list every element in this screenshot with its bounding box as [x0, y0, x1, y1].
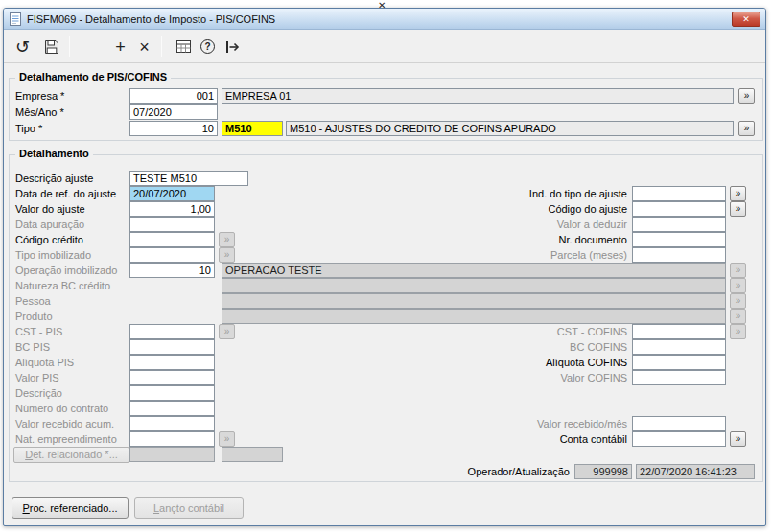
lookup-empresa-button[interactable]: » — [738, 88, 755, 104]
field-operacao-imobilizado-code[interactable]: 10 — [129, 263, 215, 278]
field-descricao[interactable] — [129, 385, 215, 401]
field-atualizacao-timestamp: 22/07/2020 16:41:23 — [636, 464, 755, 479]
field-valor-cofins[interactable] — [632, 370, 726, 385]
field-empresa-name: EMPRESA 01 — [222, 88, 734, 104]
lookup-tipo-imobilizado-button: » — [219, 247, 235, 263]
lookup-produto-button: » — [730, 309, 746, 324]
lookup-codigo-ajuste-button[interactable]: » — [730, 201, 746, 217]
label-aliquota-pis: Alíquota PIS — [15, 356, 74, 369]
field-data-apuracao[interactable] — [129, 217, 215, 232]
refresh-button[interactable]: ↺ — [10, 34, 35, 59]
label-mes-ano: Mês/Ano * — [15, 105, 64, 119]
calendar-icon — [175, 38, 192, 55]
label-conta-contabil: Conta contábil — [456, 432, 627, 446]
pis-cofins-group: Detalhamento de PIS/COFINS Empresa * 001… — [9, 78, 763, 141]
label-valor-recebido-mes: Valor recebido/mês — [456, 417, 627, 430]
document-icon — [9, 12, 22, 27]
field-numero-contrato[interactable] — [129, 401, 215, 416]
field-tipo-key[interactable]: M510 — [222, 121, 283, 136]
field-pessoa — [222, 293, 726, 309]
field-valor-deduzir[interactable] — [632, 217, 726, 232]
field-valor-recebido-acum[interactable] — [129, 416, 215, 431]
field-bc-cofins[interactable] — [632, 339, 726, 355]
field-valor-ajuste[interactable]: 1,00 — [129, 201, 215, 217]
field-aliquota-pis[interactable] — [129, 355, 215, 370]
field-cst-pis[interactable] — [129, 324, 215, 339]
field-cst-cofins[interactable] — [632, 324, 726, 339]
help-icon: ? — [200, 39, 215, 54]
new-record-button[interactable]: + — [107, 34, 133, 59]
field-valor-recebido-mes[interactable] — [632, 416, 726, 431]
label-tipo: Tipo * — [15, 122, 42, 135]
field-valor-pis[interactable] — [129, 370, 215, 385]
pis-cofins-group-title: Detalhamento de PIS/COFINS — [15, 71, 171, 82]
label-valor-deduzir: Valor a deduzir — [456, 218, 627, 231]
field-mes-ano[interactable]: 07/2020 — [129, 104, 218, 120]
field-aliquota-cofins[interactable] — [632, 355, 726, 370]
label-valor-ajuste: Valor do ajuste — [15, 202, 85, 216]
close-button[interactable]: ✕ — [732, 12, 760, 27]
field-codigo-ajuste[interactable] — [632, 201, 726, 217]
field-codigo-credito[interactable] — [129, 232, 215, 247]
label-numero-contrato: Número do contrato — [15, 402, 108, 415]
label-data-apuracao: Data apuração — [15, 218, 84, 231]
field-data-ref-ajuste[interactable]: 20/07/2020 — [129, 186, 215, 201]
field-tipo-imobilizado[interactable] — [129, 247, 215, 263]
app-window: FISFM069 - Detalhamento de Imposto - PIS… — [3, 8, 766, 526]
field-nat-empreendimento[interactable] — [129, 431, 215, 447]
lookup-codigo-credito-button: » — [219, 232, 235, 247]
label-valor-cofins: Valor COFINS — [456, 371, 627, 384]
field-nr-documento[interactable] — [632, 232, 726, 247]
label-operacao-imobilizado: Operação imobilizado — [15, 264, 117, 277]
field-operacao-imobilizado-desc: OPERACAO TESTE — [222, 263, 726, 278]
delete-icon: × — [139, 38, 150, 56]
label-cst-cofins: CST - COFINS — [456, 325, 627, 338]
label-bc-pis: BC PIS — [15, 340, 50, 354]
label-empresa: Empresa * — [15, 89, 64, 103]
label-nr-documento: Nr. documento — [456, 233, 627, 246]
toolbar-separator — [69, 36, 70, 57]
label-valor-recebido-acum: Valor recebido acum. — [15, 417, 114, 430]
lookup-ind-tipo-ajuste-button[interactable]: » — [730, 186, 746, 201]
field-det-relacionado-1 — [129, 447, 215, 462]
field-parcela-meses[interactable] — [632, 247, 726, 263]
lookup-pessoa-button: » — [730, 293, 746, 309]
field-natureza-bc-credito — [222, 278, 726, 293]
label-nat-empreendimento: Nat. empreendimento — [15, 432, 117, 446]
label-descricao-ajuste: Descrição ajuste — [15, 172, 93, 185]
lookup-tipo-button[interactable]: » — [738, 121, 755, 136]
delete-record-button[interactable]: × — [131, 34, 157, 59]
field-ind-tipo-ajuste[interactable] — [632, 186, 726, 201]
label-parcela-meses: Parcela (meses) — [456, 248, 627, 262]
detail-group: Detalhamento Descrição ajuste TESTE M510… — [9, 154, 763, 482]
save-button[interactable] — [38, 34, 64, 59]
help-button[interactable]: ? — [195, 34, 221, 59]
label-data-ref-ajuste: Data de ref. do ajuste — [15, 187, 116, 200]
lookup-conta-contabil-button[interactable]: » — [730, 431, 746, 447]
lancto-contabil-button: Lançto contábil — [134, 497, 244, 519]
field-bc-pis[interactable] — [129, 339, 215, 355]
label-natureza-bc-credito: Natureza BC crédito — [15, 279, 110, 292]
calendar-button[interactable] — [171, 34, 197, 59]
lookup-nat-empreendimento-button: » — [219, 431, 235, 447]
detail-group-title: Detalhamento — [15, 148, 93, 159]
proc-referenciado-button[interactable]: Proc. referenciado... — [12, 497, 129, 519]
exit-icon — [223, 38, 241, 56]
field-produto — [222, 309, 726, 324]
field-empresa-code[interactable]: 001 — [129, 88, 218, 104]
exit-button[interactable] — [219, 34, 245, 59]
field-conta-contabil[interactable] — [632, 431, 726, 447]
plus-icon: + — [115, 38, 126, 56]
label-valor-pis: Valor PIS — [15, 371, 59, 384]
close-icon: ✕ — [742, 14, 750, 24]
lookup-cst-pis-button: » — [219, 324, 235, 339]
refresh-icon: ↺ — [15, 38, 30, 56]
lookup-natureza-bc-credito-button: » — [730, 278, 746, 293]
toolbar: ↺ + × — [4, 31, 765, 63]
field-tipo-code[interactable]: 10 — [129, 121, 218, 136]
window-title: FISFM069 - Detalhamento de Imposto - PIS… — [27, 13, 275, 25]
field-descricao-ajuste[interactable]: TESTE M510 — [129, 171, 248, 186]
label-tipo-imobilizado: Tipo imobilizado — [15, 248, 91, 262]
label-codigo-credito: Código crédito — [15, 233, 83, 246]
label-produto: Produto — [15, 310, 53, 323]
